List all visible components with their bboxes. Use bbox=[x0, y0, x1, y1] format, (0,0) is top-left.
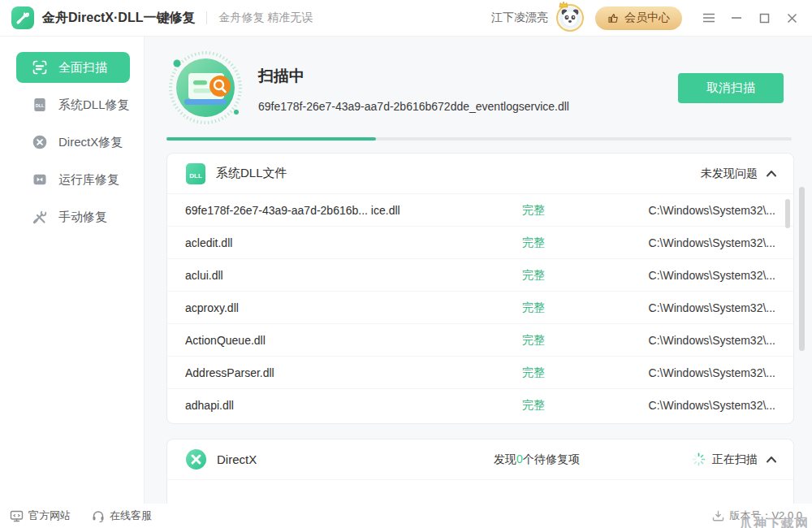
directx-scanning-status: 正在扫描 bbox=[712, 452, 758, 467]
online-service-label: 在线客服 bbox=[110, 509, 152, 523]
maximize-button[interactable] bbox=[755, 9, 773, 27]
system-dll-panel-header[interactable]: DLL 系统DLL文件 未发现问题 bbox=[167, 154, 793, 194]
scan-current-file: 69fe178f-26e7-43a9-aa7d-2b616b672dde_eve… bbox=[258, 100, 569, 113]
file-status: 完整 bbox=[469, 268, 598, 283]
file-status: 完整 bbox=[469, 366, 598, 380]
dll-file-row[interactable]: acproxy.dll 完整 C:\Windows\System32\... bbox=[167, 292, 793, 324]
scanning-illustration-icon bbox=[166, 49, 244, 127]
minimize-icon bbox=[731, 13, 742, 23]
dll-file-row[interactable]: adhapi.dll 完整 C:\Windows\System32\... bbox=[167, 389, 793, 422]
scan-frame-icon bbox=[31, 58, 49, 76]
found-count: 0 bbox=[516, 452, 523, 465]
titlebar: 金舟DirectX·DLL一键修复 金舟修复 精准无误 江下凌漂亮 bbox=[0, 0, 812, 37]
sidebar-item-label: 系统DLL修复 bbox=[58, 97, 130, 113]
menu-button[interactable] bbox=[700, 9, 718, 27]
file-name: AddressParser.dll bbox=[167, 366, 469, 379]
minimize-button[interactable] bbox=[728, 9, 745, 27]
dll-file-icon: DLL bbox=[185, 162, 206, 185]
title-divider bbox=[206, 11, 207, 24]
sidebar-item-runtime-repair[interactable]: 运行库修复 bbox=[16, 164, 130, 195]
official-site-label: 官方网站 bbox=[28, 509, 71, 523]
panel-title: DirectX bbox=[217, 452, 257, 466]
sidebar-item-label: 手动修复 bbox=[58, 210, 107, 225]
file-path: C:\Windows\System32\... bbox=[598, 204, 793, 217]
sidebar-item-label: DirectX修复 bbox=[58, 135, 123, 150]
official-site-link[interactable]: 官方网站 bbox=[10, 509, 71, 523]
file-status: 完整 bbox=[469, 333, 598, 348]
app-title: 金舟DirectX·DLL一键修复 bbox=[42, 10, 195, 27]
sidebar-item-system-dll-repair[interactable]: DLL 系统DLL修复 bbox=[16, 89, 130, 120]
scan-progress-fill bbox=[166, 137, 376, 141]
window-controls bbox=[700, 9, 801, 27]
dll-file-row[interactable]: 69fe178f-26e7-43a9-aa7d-2b616b... ice.dl… bbox=[167, 194, 793, 227]
thumb-up-icon bbox=[607, 12, 620, 24]
file-name: acproxy.dll bbox=[167, 301, 469, 314]
avatar[interactable] bbox=[556, 4, 584, 32]
file-status: 完整 bbox=[469, 398, 598, 413]
bottom-bar: 官方网站 在线客服 版本号：V2.0.0 爪神下载网 bbox=[0, 504, 812, 528]
chevron-up-icon[interactable] bbox=[766, 170, 777, 177]
directx-panel: DirectX 发现0个待修复项 bbox=[166, 439, 794, 504]
app-logo-icon bbox=[11, 6, 34, 29]
sidebar-item-label: 全面扫描 bbox=[58, 60, 107, 76]
sidebar-item-full-scan[interactable]: 全面扫描 bbox=[16, 52, 130, 83]
dll-file-row[interactable]: AddressParser.dll 完整 C:\Windows\System32… bbox=[167, 357, 793, 389]
member-center-label: 会员中心 bbox=[624, 11, 670, 25]
file-path: C:\Windows\System32\... bbox=[598, 399, 793, 412]
scan-progress-bar bbox=[166, 137, 792, 141]
directx-found-text: 发现0个待修复项 bbox=[494, 452, 580, 467]
panel-title: 系统DLL文件 bbox=[216, 166, 287, 181]
scan-status-title: 扫描中 bbox=[258, 66, 569, 87]
file-name: 69fe178f-26e7-43a9-aa7d-2b616b... ice.dl… bbox=[167, 204, 469, 217]
file-path: C:\Windows\System32\... bbox=[598, 366, 793, 379]
file-name: adhapi.dll bbox=[167, 399, 469, 412]
chevron-up-icon[interactable] bbox=[766, 456, 777, 463]
file-status: 完整 bbox=[469, 236, 598, 250]
hamburger-icon bbox=[702, 13, 715, 23]
dll-file-row[interactable]: ActionQueue.dll 完整 C:\Windows\System32\.… bbox=[167, 324, 793, 357]
panda-avatar-icon bbox=[559, 6, 581, 29]
dll-file-list: 69fe178f-26e7-43a9-aa7d-2b616b... ice.dl… bbox=[167, 194, 793, 422]
file-name: aclui.dll bbox=[167, 269, 469, 282]
content-scrollbar-thumb[interactable] bbox=[799, 187, 805, 351]
tools-icon bbox=[31, 208, 49, 226]
username: 江下凌漂亮 bbox=[491, 11, 548, 25]
avatar-crown-icon bbox=[559, 1, 568, 9]
main-content: 扫描中 69fe178f-26e7-43a9-aa7d-2b616b672dde… bbox=[145, 37, 812, 504]
file-status: 完整 bbox=[469, 203, 598, 218]
monitor-icon bbox=[10, 510, 24, 522]
file-path: C:\Windows\System32\... bbox=[598, 334, 793, 347]
svg-text:DLL: DLL bbox=[36, 103, 45, 108]
dll-file-row[interactable]: acledit.dll 完整 C:\Windows\System32\... bbox=[167, 227, 793, 259]
sidebar: 全面扫描 DLL 系统DLL修复 DirectX修复 运行库修复 bbox=[0, 37, 145, 504]
file-path: C:\Windows\System32\... bbox=[598, 236, 793, 249]
file-name: ActionQueue.dll bbox=[167, 334, 469, 347]
svg-text:DLL: DLL bbox=[189, 171, 202, 179]
headset-icon bbox=[92, 510, 105, 522]
download-icon bbox=[712, 510, 724, 522]
close-icon bbox=[787, 13, 797, 24]
runtime-icon bbox=[31, 171, 49, 188]
member-center-button[interactable]: 会员中心 bbox=[595, 6, 682, 30]
online-service-link[interactable]: 在线客服 bbox=[92, 509, 152, 523]
file-path: C:\Windows\System32\... bbox=[598, 301, 793, 314]
close-button[interactable] bbox=[783, 9, 801, 27]
dll-file-icon: DLL bbox=[31, 96, 49, 114]
system-dll-panel: DLL 系统DLL文件 未发现问题 69fe178f-26e7-43a9-aa7… bbox=[166, 153, 794, 424]
app-slogan: 金舟修复 精准无误 bbox=[218, 11, 313, 25]
cancel-scan-button[interactable]: 取消扫描 bbox=[678, 73, 784, 103]
sidebar-item-directx-repair[interactable]: DirectX修复 bbox=[16, 127, 130, 158]
file-status: 完整 bbox=[469, 301, 598, 315]
directx-x-icon bbox=[185, 448, 207, 470]
file-path: C:\Windows\System32\... bbox=[598, 269, 793, 282]
list-scrollbar-thumb[interactable] bbox=[785, 199, 790, 228]
dll-panel-status: 未发现问题 bbox=[701, 167, 758, 181]
directx-panel-header[interactable]: DirectX 发现0个待修复项 bbox=[167, 439, 793, 480]
sidebar-item-manual-repair[interactable]: 手动修复 bbox=[16, 201, 130, 232]
file-name: acledit.dll bbox=[167, 236, 469, 249]
site-watermark: 爪神下载网 bbox=[740, 516, 809, 528]
directx-x-icon bbox=[31, 133, 49, 151]
spinner-icon bbox=[692, 452, 706, 466]
maximize-icon bbox=[759, 13, 770, 24]
dll-file-row[interactable]: aclui.dll 完整 C:\Windows\System32\... bbox=[167, 259, 793, 292]
